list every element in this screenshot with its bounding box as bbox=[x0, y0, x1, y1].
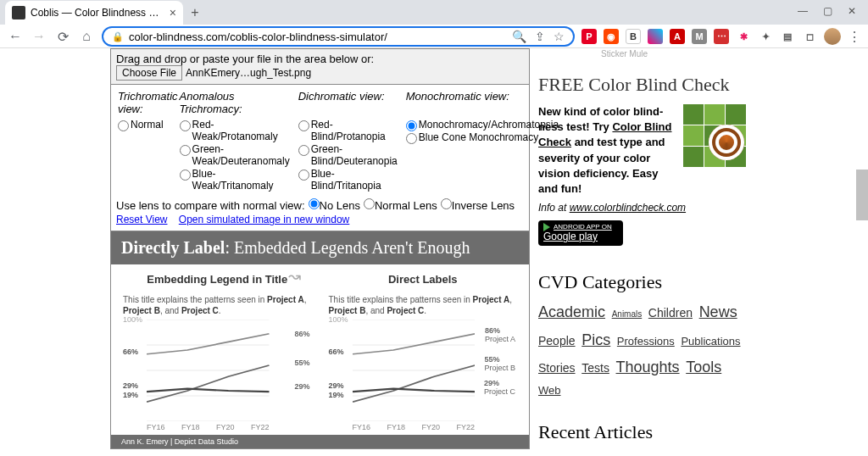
target-icon bbox=[709, 125, 744, 160]
protanomaly-option[interactable]: Red-Weak/Protanomaly bbox=[180, 119, 290, 143]
simulator-controls: Trichromatic view: Anomalous Trichromacy… bbox=[110, 85, 530, 231]
profile-avatar[interactable] bbox=[824, 28, 841, 45]
cat-news[interactable]: News bbox=[699, 303, 737, 320]
category-links: Academic Animals Children News People Pi… bbox=[538, 298, 746, 401]
cat-academic[interactable]: Academic bbox=[538, 303, 605, 320]
home-button[interactable]: ⌂ bbox=[78, 28, 95, 45]
cat-tools[interactable]: Tools bbox=[686, 359, 721, 375]
recent-articles-title: Recent Articles bbox=[538, 421, 746, 443]
browser-tab[interactable]: Coblis — Color Blindness Simul × bbox=[5, 1, 183, 25]
ext-icon[interactable]: ◻ bbox=[802, 29, 817, 44]
share-icon[interactable]: ⇪ bbox=[535, 30, 545, 43]
browser-chrome: Coblis — Color Blindness Simul × + — ▢ ✕… bbox=[0, 0, 868, 48]
cat-thoughts[interactable]: Thoughts bbox=[616, 359, 680, 375]
inverse-lens-option[interactable]: Inverse Lens bbox=[441, 198, 515, 212]
reload-button[interactable]: ⟳ bbox=[54, 28, 71, 45]
choose-file-button[interactable]: Choose File bbox=[116, 65, 182, 81]
colorblind-info-link[interactable]: www.colorblindcheck.com bbox=[570, 202, 686, 214]
normal-lens-option[interactable]: Normal Lens bbox=[364, 198, 437, 212]
google-play-badge[interactable]: ANDROID APP ONGoogle play bbox=[538, 220, 623, 246]
uploaded-filename: AnnKEmery…ugh_Test.png bbox=[186, 67, 311, 79]
favicon-icon bbox=[12, 6, 25, 19]
left-chart-subtitle: This title explains the patterns seen in… bbox=[123, 294, 312, 316]
address-bar[interactable]: 🔒 🔍 ⇪ ☆ bbox=[102, 26, 575, 47]
image-header: Directly Label: Embedded Legends Aren't … bbox=[111, 231, 529, 264]
sidebar: FREE Color Blind Check New kind of color… bbox=[530, 48, 746, 456]
dichromatic-header: Dichromatic view: bbox=[298, 90, 404, 117]
back-button[interactable]: ← bbox=[7, 28, 24, 45]
upload-box[interactable]: Drag and drop or paste your file in the … bbox=[110, 48, 530, 85]
trichromatic-header: Trichromatic view: bbox=[118, 90, 178, 117]
cat-tests[interactable]: Tests bbox=[581, 361, 609, 375]
tritanomaly-option[interactable]: Blue-Weak/Tritanomaly bbox=[180, 168, 290, 192]
window-maximize-icon[interactable]: ▢ bbox=[823, 5, 832, 17]
tab-strip: Coblis — Color Blindness Simul × + — ▢ ✕ bbox=[0, 0, 868, 25]
right-chart-subtitle: This title explains the patterns seen in… bbox=[329, 294, 518, 316]
gmail-ext-icon[interactable]: M bbox=[692, 29, 707, 44]
window-close-icon[interactable]: ✕ bbox=[848, 5, 856, 17]
arrow-icon: ↝ bbox=[288, 267, 301, 286]
ext-icon[interactable] bbox=[648, 29, 663, 44]
cat-publications[interactable]: Publications bbox=[681, 335, 740, 348]
colorblind-check-text: New kind of color blind-ness test! Try C… bbox=[538, 104, 674, 197]
image-footer: Ann K. Emery | Depict Data Studio bbox=[111, 435, 529, 448]
page-scrollbar[interactable] bbox=[856, 170, 868, 220]
pinterest-ext-icon[interactable]: P bbox=[581, 29, 597, 44]
bookmark-icon[interactable]: ☆ bbox=[554, 30, 565, 43]
ext-icon[interactable]: ✱ bbox=[736, 29, 751, 44]
right-chart: Direct Labels This title explains the pa… bbox=[329, 273, 518, 431]
zoom-icon[interactable]: 🔍 bbox=[512, 30, 526, 43]
sticker-mule-logo: Sticker Mule bbox=[601, 49, 648, 58]
colorblind-badge bbox=[683, 104, 746, 160]
cat-people[interactable]: People bbox=[538, 334, 576, 348]
cat-stories[interactable]: Stories bbox=[538, 361, 576, 375]
normal-option[interactable]: Normal bbox=[118, 119, 171, 131]
lens-label: Use lens to compare with normal view: bbox=[116, 199, 305, 212]
cat-web[interactable]: Web bbox=[538, 384, 561, 397]
colorblind-info: Info at www.colorblindcheck.com bbox=[538, 197, 746, 214]
forward-button[interactable]: → bbox=[31, 28, 47, 45]
ext-icon[interactable]: ⋯ bbox=[714, 29, 729, 44]
left-chart: Embedding Legend in Title This title exp… bbox=[123, 273, 312, 431]
right-chart-title: Direct Labels bbox=[329, 273, 518, 286]
reset-view-link[interactable]: Reset View bbox=[116, 214, 167, 225]
cat-children[interactable]: Children bbox=[648, 306, 693, 320]
ext-icon[interactable]: B bbox=[626, 29, 641, 44]
window-minimize-icon[interactable]: — bbox=[798, 5, 808, 17]
upload-instruction: Drag and drop or paste your file in the … bbox=[116, 53, 524, 65]
protanopia-option[interactable]: Red-Blind/Protanopia bbox=[298, 119, 398, 143]
chrome-menu-icon[interactable]: ⋮ bbox=[848, 29, 861, 45]
new-tab-button[interactable]: + bbox=[183, 1, 207, 25]
ext-icon[interactable]: ▤ bbox=[780, 29, 795, 44]
window-controls: — ▢ ✕ bbox=[786, 0, 868, 22]
categories-title: CVD Categories bbox=[538, 271, 746, 293]
simulated-image: Directly Label: Embedded Legends Aren't … bbox=[110, 231, 530, 449]
cat-professions[interactable]: Professions bbox=[617, 335, 675, 348]
ext-icon[interactable]: ◉ bbox=[604, 29, 619, 44]
deuteranopia-option[interactable]: Green-Blind/Deuteranopia bbox=[298, 143, 398, 168]
adobe-ext-icon[interactable]: A bbox=[670, 29, 685, 44]
tab-title: Coblis — Color Blindness Simul bbox=[31, 7, 164, 19]
lock-icon: 🔒 bbox=[112, 31, 124, 42]
browser-toolbar: ← → ⟳ ⌂ 🔒 🔍 ⇪ ☆ P ◉ B A M ⋯ ✱ ✦ ▤ ◻ ⋮ bbox=[0, 25, 868, 48]
cat-animals[interactable]: Animals bbox=[612, 309, 643, 319]
open-new-window-link[interactable]: Open simulated image in new window bbox=[179, 214, 349, 225]
anomalous-header: Anomalous Trichromacy: bbox=[180, 90, 297, 117]
left-chart-title: Embedding Legend in Title bbox=[123, 273, 312, 286]
extensions: P ◉ B A M ⋯ ✱ ✦ ▤ ◻ ⋮ bbox=[581, 28, 861, 45]
deuteranomaly-option[interactable]: Green-Weak/Deuteranomaly bbox=[180, 143, 290, 168]
no-lens-option[interactable]: No Lens bbox=[309, 198, 360, 212]
colorblind-check-title: FREE Color Blind Check bbox=[538, 74, 746, 96]
tab-close-icon[interactable]: × bbox=[170, 6, 176, 19]
url-input[interactable] bbox=[129, 31, 507, 43]
cat-pics[interactable]: Pics bbox=[581, 331, 610, 348]
tritanopia-option[interactable]: Blue-Blind/Tritanopia bbox=[298, 168, 398, 192]
extensions-menu-icon[interactable]: ✦ bbox=[758, 29, 773, 44]
